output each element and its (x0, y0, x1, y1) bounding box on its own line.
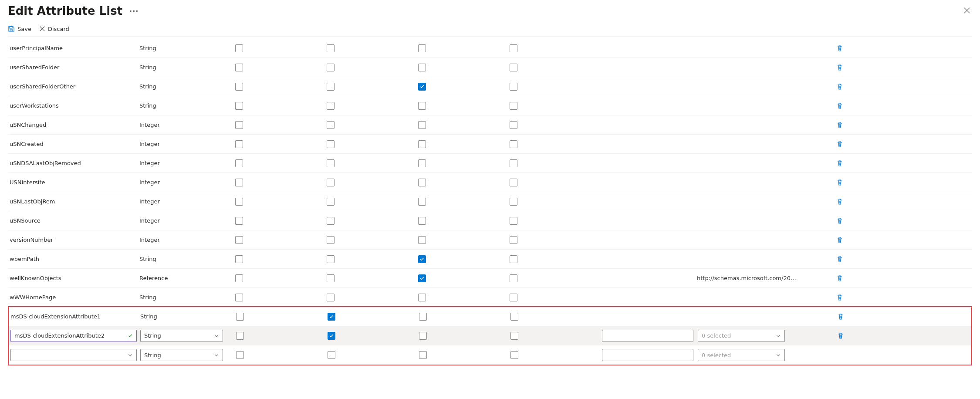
checkbox-col3[interactable] (418, 140, 426, 148)
checkbox-col1[interactable] (235, 121, 243, 129)
close-button[interactable] (962, 5, 972, 17)
checkbox-col2[interactable] (328, 313, 335, 321)
checkbox-col3[interactable] (418, 102, 426, 110)
checkbox-col3[interactable] (419, 332, 427, 340)
checkbox-col2[interactable] (327, 44, 335, 52)
attribute-name-combobox[interactable] (10, 349, 137, 361)
delete-row-button[interactable] (836, 64, 843, 71)
reference-combobox[interactable]: 0 selected (698, 349, 785, 361)
table-row: uSNDSALastObjRemovedInteger (8, 154, 972, 173)
checkbox-col2[interactable] (327, 159, 335, 167)
delete-row-button[interactable] (836, 45, 843, 52)
reference-combobox[interactable]: 0 selected (698, 330, 785, 342)
extra-input[interactable] (602, 330, 693, 342)
checkbox-col2[interactable] (327, 179, 335, 186)
delete-row-button[interactable] (836, 141, 843, 148)
checkbox-col2[interactable] (327, 274, 335, 282)
checkbox-col2[interactable] (327, 217, 335, 225)
checkbox-col1[interactable] (235, 140, 243, 148)
checkbox-col3[interactable] (419, 313, 427, 321)
checkbox-col2[interactable] (327, 140, 335, 148)
checkbox-col2[interactable] (328, 332, 335, 340)
checkbox-col1[interactable] (235, 102, 243, 110)
checkbox-col3[interactable] (418, 217, 426, 225)
checkbox-col4[interactable] (510, 236, 517, 244)
checkbox-col3[interactable] (418, 159, 426, 167)
checkbox-col3[interactable] (418, 83, 426, 91)
checkbox-col2[interactable] (327, 102, 335, 110)
attribute-type: Integer (139, 160, 235, 166)
checkbox-col3[interactable] (419, 351, 427, 359)
checkbox-col4[interactable] (510, 44, 517, 52)
checkbox-col1[interactable] (235, 44, 243, 52)
checkbox-col2[interactable] (327, 294, 335, 301)
checkbox-col1[interactable] (235, 198, 243, 206)
delete-row-button[interactable] (837, 313, 844, 320)
delete-row-button[interactable] (836, 198, 843, 205)
delete-row-button[interactable] (836, 83, 843, 90)
delete-row-button[interactable] (836, 294, 843, 301)
checkbox-col1[interactable] (235, 159, 243, 167)
checkbox-col4[interactable] (510, 313, 518, 321)
discard-icon (39, 26, 45, 32)
delete-row-button[interactable] (836, 237, 843, 243)
checkbox-col2[interactable] (327, 198, 335, 206)
checkbox-col1[interactable] (235, 179, 243, 186)
checkbox-col2[interactable] (327, 121, 335, 129)
checkbox-col2[interactable] (327, 64, 335, 71)
checkbox-col1[interactable] (235, 64, 243, 71)
more-actions-button[interactable]: ··· (128, 7, 140, 15)
checkbox-col1[interactable] (236, 332, 244, 340)
delete-row-button[interactable] (837, 332, 844, 339)
checkbox-col4[interactable] (510, 64, 517, 71)
checkbox-col4[interactable] (510, 159, 517, 167)
checkbox-col2[interactable] (327, 83, 335, 91)
checkbox-col4[interactable] (510, 198, 517, 206)
checkbox-col3[interactable] (418, 198, 426, 206)
checkbox-col1[interactable] (235, 294, 243, 301)
discard-button[interactable]: Discard (39, 26, 69, 32)
checkbox-col2[interactable] (328, 351, 335, 359)
checkbox-col4[interactable] (510, 179, 517, 186)
checkbox-col4[interactable] (510, 102, 517, 110)
checkbox-col2[interactable] (327, 255, 335, 263)
checkbox-col3[interactable] (418, 179, 426, 186)
checkbox-col4[interactable] (510, 332, 518, 340)
checkbox-col4[interactable] (510, 140, 517, 148)
checkbox-col3[interactable] (418, 255, 426, 263)
checkbox-col4[interactable] (510, 274, 517, 282)
delete-row-button[interactable] (836, 102, 843, 109)
attribute-name-combobox[interactable]: msDS-cloudExtensionAttribute2 (10, 330, 137, 342)
checkbox-col3[interactable] (418, 236, 426, 244)
delete-row-button[interactable] (836, 275, 843, 282)
checkbox-col4[interactable] (510, 351, 518, 359)
checkbox-col4[interactable] (510, 217, 517, 225)
checkbox-col3[interactable] (418, 121, 426, 129)
delete-row-button[interactable] (836, 179, 843, 186)
attribute-type-combobox[interactable]: String (140, 349, 223, 361)
checkbox-col1[interactable] (236, 351, 244, 359)
checkbox-col1[interactable] (236, 313, 244, 321)
delete-row-button[interactable] (836, 217, 843, 224)
checkbox-col1[interactable] (235, 83, 243, 91)
checkbox-col1[interactable] (235, 255, 243, 263)
checkbox-col1[interactable] (235, 274, 243, 282)
checkbox-col4[interactable] (510, 255, 517, 263)
checkbox-col3[interactable] (418, 44, 426, 52)
delete-row-button[interactable] (836, 160, 843, 167)
delete-row-button[interactable] (836, 122, 843, 128)
checkbox-col4[interactable] (510, 294, 517, 301)
checkbox-col2[interactable] (327, 236, 335, 244)
extra-input[interactable] (602, 349, 693, 361)
checkbox-col4[interactable] (510, 83, 517, 91)
delete-row-button[interactable] (836, 256, 843, 263)
checkbox-col3[interactable] (418, 294, 426, 301)
checkbox-col3[interactable] (418, 64, 426, 71)
checkbox-col4[interactable] (510, 121, 517, 129)
checkbox-col3[interactable] (418, 274, 426, 282)
save-button[interactable]: Save (8, 25, 31, 32)
table-row: userPrincipalNameString (8, 39, 972, 58)
checkbox-col1[interactable] (235, 217, 243, 225)
checkbox-col1[interactable] (235, 236, 243, 244)
attribute-type-combobox[interactable]: String (140, 330, 223, 342)
